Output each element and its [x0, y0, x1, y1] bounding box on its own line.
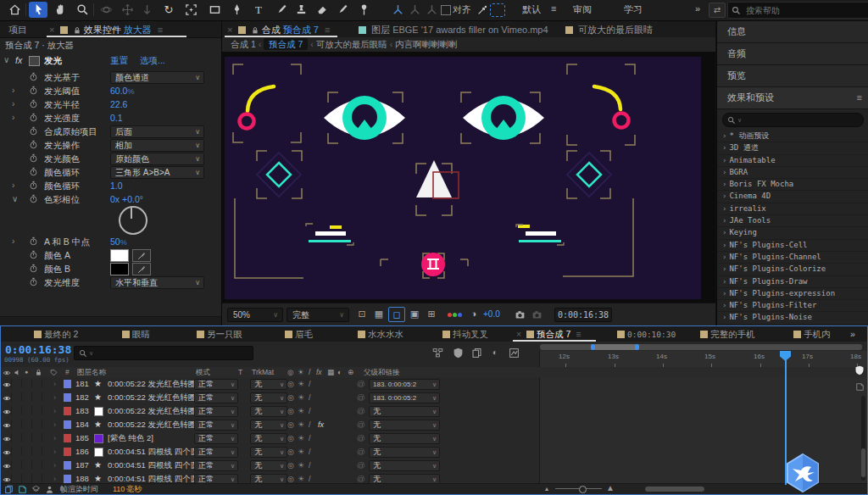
breadcrumb-current[interactable]: 预合成 7 — [264, 38, 308, 50]
audio-toggle[interactable] — [12, 474, 22, 483]
stopwatch-icon[interactable] — [29, 72, 38, 81]
channel-select-icon[interactable] — [444, 307, 465, 320]
label-color-chip[interactable] — [64, 420, 71, 429]
pickwhip-icon[interactable]: @ — [357, 445, 365, 459]
workspace-settings-icon[interactable]: ⇄ — [709, 3, 726, 18]
mode-select[interactable]: 正常∨ — [194, 433, 238, 444]
eraser-tool-icon[interactable] — [312, 2, 331, 18]
twirl-icon[interactable]: › — [12, 111, 14, 125]
mask-visibility-icon[interactable]: ◻ — [388, 307, 405, 322]
solo-toggle[interactable] — [22, 406, 32, 415]
horizontal-scrollbar[interactable] — [0, 316, 221, 325]
table-row[interactable]: › 186 0:00:04:51 四根线 四个圆:11 正常∨ 无∨ ◎ ☀ /… — [1, 445, 867, 459]
mode-select[interactable]: 正常∨ — [194, 460, 238, 471]
current-timecode[interactable]: 0:00:16:38 — [5, 343, 71, 356]
table-row[interactable]: › 184 ★ 0:00:05:22 发光红色转圈四黑:7 正常∨ 无∨ ◎ ☀… — [1, 418, 867, 432]
world-axis-mode-icon[interactable] — [405, 2, 424, 18]
resolution-select[interactable]: 完整∨ — [287, 308, 349, 322]
stopwatch-icon[interactable] — [29, 113, 38, 122]
workspace-overflow-icon[interactable]: » — [695, 3, 700, 14]
eye-toggle[interactable] — [2, 474, 12, 483]
workspace-menu-icon[interactable]: ≡ — [551, 3, 556, 14]
twirl-icon[interactable]: › — [12, 235, 14, 248]
preset-category[interactable]: ›Boris FX Mocha — [717, 179, 868, 191]
collapse-toggle[interactable]: ☀ — [298, 431, 304, 445]
eye-toggle[interactable] — [2, 460, 12, 470]
quality-toggle[interactable]: / — [309, 404, 311, 418]
twirl-icon[interactable]: › — [53, 377, 56, 391]
preset-category[interactable]: ›* 动画预设 — [717, 131, 868, 142]
breadcrumb-comp3[interactable]: 可放大的最后眼睛 — [316, 39, 387, 49]
guides-icon[interactable]: ▣ — [407, 307, 422, 320]
lock-toggle[interactable] — [32, 433, 42, 442]
tab-layer[interactable]: 图层 EBGE '17 awards filler on Vimeo.mp4 — [356, 24, 548, 36]
solo-toggle[interactable] — [22, 392, 32, 402]
presets-search[interactable]: ∨ — [722, 113, 864, 127]
label-color-chip[interactable] — [64, 380, 71, 388]
shy-toggle[interactable]: ◎ — [287, 377, 294, 391]
panel-menu-icon[interactable]: ≡ — [576, 329, 581, 339]
eye-toggle[interactable] — [2, 447, 12, 456]
rotobrush-tool-icon[interactable] — [332, 2, 351, 18]
twirl-icon[interactable]: › — [53, 445, 56, 459]
eye-toggle[interactable] — [2, 392, 12, 402]
shy-toggle[interactable]: ◎ — [287, 418, 294, 431]
preset-category[interactable]: ›Animatable — [717, 155, 868, 167]
close-icon[interactable]: × — [49, 25, 54, 35]
parent-select[interactable]: 183. 0:00:05:2∨ — [369, 379, 440, 390]
expand-person-icon[interactable] — [45, 484, 54, 494]
tab-footage[interactable]: 可放大的最后眼睛 — [563, 24, 653, 36]
table-row[interactable]: › 183 0:00:05:22 发光红色转圈四黑:8 正常∨ 无∨ ◎ ☀ /… — [1, 404, 867, 419]
glow-operation-select[interactable]: 相加∨ — [110, 139, 204, 152]
trkmat-select[interactable]: 无∨ — [250, 447, 287, 458]
stopwatch-icon[interactable] — [29, 153, 38, 163]
layer-name[interactable]: [紫色 纯色 2] — [108, 431, 153, 445]
trkmat-select[interactable]: 无∨ — [250, 433, 287, 444]
rotation-tool-icon[interactable]: ↻ — [159, 2, 178, 18]
color-b-eyedropper-icon[interactable] — [132, 263, 151, 275]
tab-overflow-icon[interactable]: » — [850, 326, 855, 342]
timeline-search-input[interactable] — [95, 348, 248, 359]
panel-menu-icon[interactable]: ≡ — [158, 25, 163, 35]
pickwhip-icon[interactable]: @ — [357, 459, 365, 472]
color-a-eyedropper-icon[interactable] — [132, 249, 151, 262]
comp-marker-shield-icon[interactable] — [854, 365, 865, 375]
audio-toggle[interactable] — [12, 433, 22, 442]
glow-intensity-value[interactable]: 0.1 — [110, 111, 123, 125]
color-b-swatch[interactable] — [110, 263, 129, 275]
local-axis-mode-icon[interactable] — [388, 2, 407, 18]
pickwhip-icon[interactable]: @ — [357, 418, 365, 431]
lock-toggle[interactable] — [32, 406, 42, 415]
table-row[interactable]: › 185 [紫色 纯色 2] 正常∨ 无∨ ◎ ☀ / @ 无∨ — [1, 431, 867, 446]
preset-category[interactable]: ›NF's Plugins-Noise — [717, 312, 868, 324]
eye-toggle[interactable] — [2, 433, 12, 442]
breadcrumb-comp4[interactable]: 内言啊喇喇喇喇 — [395, 39, 458, 49]
close-icon[interactable]: × — [516, 329, 521, 339]
presets-search-input[interactable] — [743, 115, 859, 125]
lock-toggle[interactable] — [32, 447, 42, 456]
timeline-tab[interactable]: 0:00:10:30 — [615, 326, 676, 342]
timeline-tab[interactable]: 抖动叉叉 — [440, 326, 488, 342]
pan-camera-tool-icon[interactable] — [118, 2, 136, 18]
tab-effect-controls[interactable]: × 效果控件 放大器 ≡ — [49, 24, 163, 36]
brush-tool-icon[interactable] — [271, 2, 290, 18]
dolly-camera-tool-icon[interactable] — [137, 2, 156, 18]
audio-toggle[interactable] — [12, 420, 22, 429]
shy-toggle[interactable]: ◎ — [287, 459, 294, 472]
eye-toggle[interactable] — [2, 406, 12, 415]
preset-category[interactable]: ›JAe Tools — [717, 215, 868, 227]
trkmat-select[interactable]: 无∨ — [250, 406, 287, 417]
audio-toggle[interactable] — [12, 392, 22, 402]
stopwatch-icon[interactable] — [29, 167, 38, 176]
trkmat-select[interactable]: 无∨ — [250, 420, 287, 431]
close-icon[interactable]: × — [227, 25, 232, 35]
navigator-end-handle[interactable] — [635, 344, 639, 350]
eye-toggle[interactable] — [2, 420, 12, 429]
composite-original-select[interactable]: 后面∨ — [110, 125, 204, 138]
twirl-icon[interactable]: › — [12, 97, 14, 111]
lock-toggle[interactable] — [32, 392, 42, 402]
rectangle-tool-icon[interactable] — [205, 2, 224, 18]
label-color-chip[interactable] — [64, 434, 71, 442]
parent-select[interactable]: 无∨ — [369, 447, 440, 458]
rulers-icon[interactable]: ⊞ — [424, 307, 439, 320]
